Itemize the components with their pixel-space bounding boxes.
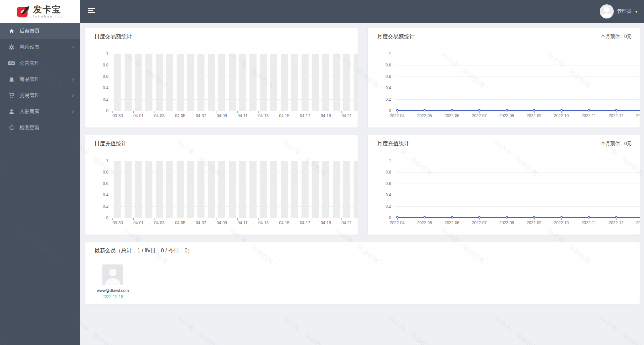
y-axis-label: 0.4 (85, 86, 108, 90)
y-axis-label: 0.8 (85, 63, 108, 67)
placeholder-bar (260, 54, 267, 111)
user-dropdown[interactable]: 管理员 ▼ (600, 0, 638, 23)
x-axis-label: 04-17 (300, 220, 310, 225)
axis-tick (452, 111, 452, 113)
cart-icon (8, 92, 15, 99)
axis-tick (133, 111, 134, 113)
sidebar-item-label: 后台首页 (19, 28, 40, 34)
placeholder-bar (343, 54, 350, 111)
axis-tick (321, 111, 321, 113)
gridline (395, 161, 640, 161)
y-axis-label: 0.6 (368, 181, 391, 186)
axis-tick (258, 218, 259, 220)
gridline (395, 195, 640, 195)
x-axis-label: 04-21 (341, 220, 352, 225)
chart-monthly-trade: 10.80.60.40.202022-042022-052022-062022-… (368, 45, 640, 127)
sidebar-item-5[interactable]: 交易管理› (0, 87, 80, 103)
placeholder-bars (112, 54, 358, 111)
placeholder-bar (343, 161, 350, 218)
y-axis-label: 1 (368, 51, 391, 56)
gridline (395, 77, 640, 77)
placeholder-bar (333, 161, 340, 218)
person-icon (102, 264, 123, 285)
x-axis-label: 04-13 (258, 220, 269, 225)
sidebar-item-3[interactable]: NEW公告管理 (0, 55, 80, 71)
y-axis-label: 0.8 (368, 63, 391, 67)
placeholder-bar (281, 161, 288, 218)
axis-tick (616, 111, 616, 113)
placeholder-bar (291, 54, 298, 111)
sidebar-item-1[interactable]: 后台首页 (0, 23, 80, 39)
brand-name: 发卡宝 (33, 5, 63, 14)
placeholder-bar (114, 161, 121, 218)
x-axis-label: 04-05 (175, 113, 185, 118)
chevron-right-icon: › (72, 76, 74, 82)
y-axis-label: 0.2 (85, 204, 108, 209)
placeholder-bar (218, 161, 225, 218)
placeholder-bar (302, 54, 309, 111)
axis-tick (300, 218, 300, 220)
axis-tick (279, 218, 279, 220)
axis-tick (217, 218, 217, 220)
card-monthly-recharge: 月度充值统计 本月预估：0元 10.80.60.40.202022-042022… (368, 135, 640, 235)
axis-tick (175, 218, 175, 220)
card-latest-members: 最新会员（总计：1 / 昨日：0 / 今日：0） www@dkewl.com 2… (85, 242, 640, 304)
sidebar-item-6[interactable]: 入驻商家› (0, 103, 80, 119)
placeholder-bar (145, 161, 152, 218)
placeholder-bar (302, 161, 309, 218)
gridline (395, 65, 640, 65)
placeholder-bar (114, 54, 121, 111)
axis-tick (175, 111, 175, 113)
member-item[interactable]: www@dkewl.com 2022-12-19 (94, 264, 131, 299)
main-content: 日度交易额统计 10.80.60.40.2003-3004-0104-0304-… (80, 23, 644, 345)
x-axis-label: 2022-05 (417, 220, 432, 225)
y-axis-label: 0.6 (85, 74, 108, 79)
menu-toggle-icon[interactable] (88, 8, 95, 14)
x-axis-label: 04-03 (154, 113, 165, 118)
sidebar-item-label: 交易管理 (19, 92, 40, 99)
x-axis-label: 04-21 (341, 113, 352, 118)
placeholder-bar (229, 161, 236, 218)
placeholder-bar (322, 54, 329, 111)
chevron-right-icon: › (72, 44, 74, 50)
x-axis-label: 04-09 (217, 113, 227, 118)
x-axis-label: 04-15 (279, 113, 289, 118)
axis-tick (589, 218, 589, 220)
placeholder-bar (197, 161, 204, 218)
gridline (395, 172, 640, 172)
user-avatar (600, 4, 614, 18)
placeholder-bar (197, 54, 204, 111)
y-axis-label: 1 (85, 158, 108, 163)
placeholder-bar (125, 54, 132, 111)
placeholder-bar (156, 54, 163, 111)
top-bar: 管理员 ▼ (80, 0, 644, 23)
y-axis-label: 0 (368, 215, 391, 220)
placeholder-bar (125, 161, 132, 218)
axis-tick (589, 111, 589, 113)
new-badge-icon: NEW (8, 60, 15, 66)
x-axis-label: 04-19 (321, 220, 331, 225)
y-axis-label: 0 (368, 108, 391, 113)
y-axis-label: 0.4 (368, 86, 391, 90)
axis-tick (341, 218, 342, 220)
placeholder-bar (187, 54, 194, 111)
placeholder-bar (208, 54, 215, 111)
placeholder-bar (156, 161, 163, 218)
axis-tick (425, 111, 425, 113)
chevron-down-icon: ▼ (635, 10, 638, 13)
x-axis-label: 2022-05 (417, 113, 432, 118)
placeholder-bar (187, 161, 194, 218)
x-axis-label: 2022-12 (609, 113, 624, 118)
sidebar-item-7[interactable]: 检测更新 (0, 119, 80, 136)
placeholder-bar (354, 54, 358, 111)
sidebar-item-2[interactable]: 网站设置› (0, 39, 80, 55)
brand-logo[interactable]: 发卡宝 fakabao.top (0, 0, 80, 23)
axis-tick (452, 218, 452, 220)
placeholder-bar (270, 161, 277, 218)
card-title-daily-recharge: 日度充值统计 (94, 140, 127, 147)
x-axis-label: 04-17 (300, 113, 310, 118)
sidebar-item-4[interactable]: 商品管理› (0, 71, 80, 87)
placeholder-bar (260, 161, 267, 218)
y-axis-label: 0.4 (368, 193, 391, 197)
axis-tick (397, 111, 398, 113)
